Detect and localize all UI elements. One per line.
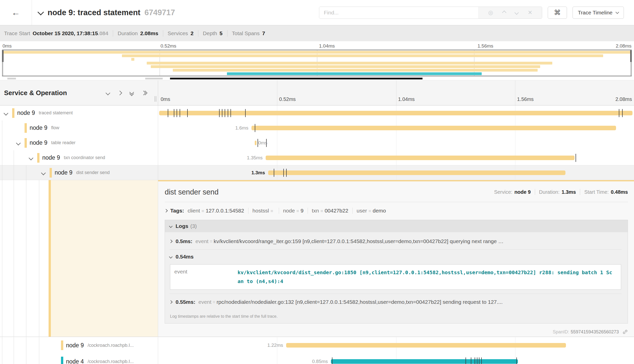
span-duration-bar[interactable] — [159, 111, 633, 115]
find-controls: ◎ ✕ — [478, 7, 542, 18]
minimap-axis: 0ms0.52ms1.04ms1.56ms2.08ms — [0, 41, 634, 49]
tags-row[interactable]: Tags: client=127.0.0.1:54582hostssl=node… — [165, 208, 628, 214]
span-duration-bar[interactable] — [331, 359, 518, 364]
column-resizer-handle[interactable] — [155, 96, 156, 102]
span-row[interactable]: node 9txn coordinator send1.35ms — [0, 150, 634, 165]
span-title: dist sender send — [165, 188, 219, 196]
span-duration-bar[interactable] — [286, 343, 566, 348]
log-field-value: kv/kvclient/kvcoord/dist_sender.go:1850 … — [238, 269, 612, 284]
span-duration-bar[interactable] — [255, 141, 257, 145]
chevron-down-icon — [4, 111, 8, 115]
next-result-icon[interactable] — [515, 10, 519, 15]
prev-result-icon[interactable] — [502, 10, 506, 15]
log-entry[interactable]: 0.55ms:event=rpc/nodedialer/nodedialer.g… — [170, 294, 622, 310]
span-row[interactable]: node 9traced statement — [0, 105, 634, 120]
find-bar: ◎ ✕ — [319, 7, 542, 19]
expand-one-icon[interactable] — [118, 91, 121, 95]
minimap-span-bar — [122, 54, 603, 57]
span-color-bar — [12, 108, 14, 118]
span-row-label: node 9traced statement — [17, 105, 73, 120]
detail-top-color-strip — [158, 180, 634, 181]
span-color-bar — [61, 357, 63, 364]
log-field-value-cell: kv/kvclient/kvcoord/dist_sender.go:1850 … — [238, 265, 621, 289]
indent-guide — [39, 337, 39, 353]
trace-summary-bar: Trace StartOctober 15 2020, 17:38:15.084… — [0, 25, 634, 41]
find-input[interactable] — [319, 7, 478, 18]
clear-search-icon[interactable]: ✕ — [528, 10, 532, 15]
equals-sign: = — [270, 208, 273, 213]
grid-line — [515, 135, 515, 150]
expand-all-icon[interactable] — [142, 91, 147, 95]
collapse-all-icon[interactable] — [130, 91, 133, 95]
summary-item-label: Duration — [118, 30, 138, 36]
span-row[interactable]: node 9dist sender send1.3ms — [0, 165, 634, 180]
log-marker-tick — [477, 357, 477, 364]
log-marker-tick — [258, 139, 258, 147]
span-duration-label: 1.3ms — [251, 165, 265, 180]
summary-separator — [113, 30, 113, 37]
span-service-name: node 9 — [66, 342, 84, 349]
trace-id: 6749717 — [144, 8, 175, 17]
span-operation-name: txn coordinator send — [64, 155, 105, 160]
timeline-header-row: Service & Operation 0ms0.52ms1.04ms1.56m… — [0, 80, 634, 105]
trace-collapse-toggle[interactable] — [38, 10, 43, 15]
span-row[interactable]: node 9/cockroach.roachpb.I...1.22ms — [0, 337, 634, 353]
span-row-timeline-cell: 1.35ms — [158, 150, 634, 165]
scrollbar-thumb[interactable] — [170, 78, 422, 79]
minimap-span-bar — [131, 58, 134, 61]
log-marker-tick — [225, 109, 225, 117]
log-marker-tick — [187, 109, 188, 117]
span-duration-bar[interactable] — [266, 156, 575, 160]
log-field-value: rpc/nodedialer/nodedialer.go:132 [n9,cli… — [217, 299, 503, 305]
keyboard-shortcuts-button[interactable]: ⌘ — [548, 7, 567, 19]
trace-view-selector[interactable]: Trace Timeline — [573, 7, 624, 19]
span-row-timeline-cell — [158, 105, 634, 120]
chevron-right-icon — [164, 209, 168, 212]
span-duration-bar[interactable] — [268, 170, 566, 175]
chevron-down-icon — [29, 156, 33, 160]
chevron-right-icon — [170, 240, 173, 243]
span-color-bar — [50, 168, 52, 178]
detail-row-left — [0, 180, 158, 337]
logs-header[interactable]: Logs (3) — [165, 220, 628, 232]
collapse-one-icon[interactable] — [106, 91, 110, 95]
tag-separator — [308, 208, 308, 214]
span-duration-bar[interactable] — [251, 126, 616, 130]
span-row-timeline-cell: 1.3ms — [158, 165, 634, 180]
span-row-tree-cell: node 9/cockroach.roachpb.I... — [0, 337, 158, 353]
span-row[interactable]: node 4/cockroach.roachpb.I...0.85ms — [0, 353, 634, 364]
span-operation-name: traced statement — [39, 110, 73, 116]
indent-guide — [2, 353, 2, 364]
axis-tick-label: 0ms — [3, 43, 12, 49]
span-row-tree-cell: node 9txn coordinator send — [0, 150, 158, 165]
locate-icon[interactable]: ◎ — [488, 10, 493, 15]
span-collapse-toggle[interactable] — [29, 156, 33, 161]
equals-sign: = — [201, 208, 204, 213]
span-detail-panel: dist sender send Service: node 9 Duratio… — [158, 180, 634, 337]
tag-separator — [352, 208, 353, 214]
axis-tick-label: 1.04ms — [319, 43, 335, 49]
tag-item: user=demo — [357, 208, 386, 214]
duration-value: 1.3ms — [562, 189, 576, 195]
span-collapse-toggle[interactable] — [42, 171, 45, 176]
log-marker-tick — [222, 109, 222, 117]
logs-count: (3) — [190, 223, 197, 229]
log-entry-header[interactable]: 0.54ms — [170, 250, 622, 264]
log-marker-tick — [230, 109, 231, 117]
minimap[interactable] — [2, 50, 632, 76]
span-color-bar — [25, 123, 27, 133]
link-icon[interactable] — [622, 329, 628, 335]
span-rows-bottom: node 9/cockroach.roachpb.I...1.22msnode … — [0, 337, 634, 364]
span-collapse-toggle[interactable] — [17, 141, 20, 146]
detail-title-row[interactable]: dist sender send Service: node 9 Duratio… — [165, 185, 628, 199]
span-row-tree-cell: node 9flow — [0, 120, 158, 135]
minimap-span-bar — [173, 69, 538, 72]
service-label: Service: — [494, 189, 512, 195]
tag-item: hostssl= — [252, 208, 275, 214]
span-collapse-toggle[interactable] — [4, 111, 8, 116]
log-entry[interactable]: 0.5ms:event=kv/kvclient/kvcoord/range_it… — [170, 233, 622, 249]
span-row[interactable]: node 9flow1.6ms — [0, 120, 634, 135]
back-button[interactable]: ← — [0, 0, 32, 25]
span-row[interactable]: node 9table reader0ms — [0, 135, 634, 150]
minimap-span-bar — [227, 72, 482, 75]
